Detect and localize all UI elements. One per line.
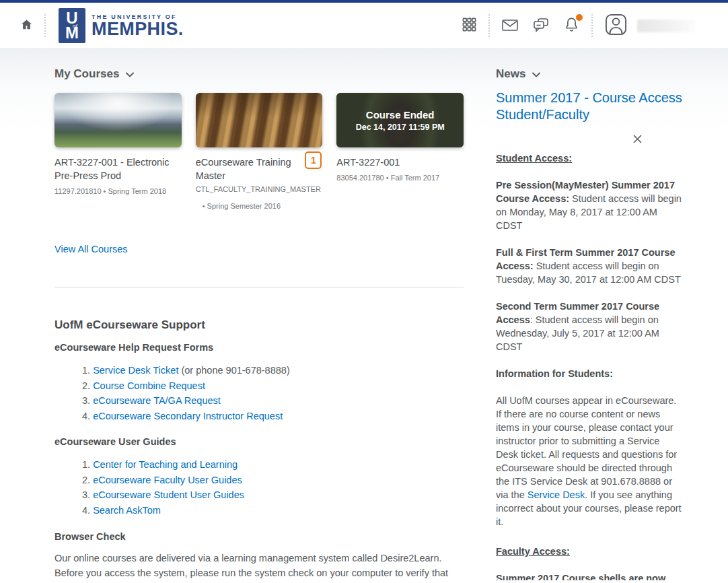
envelope-icon (501, 18, 519, 34)
close-icon (632, 136, 643, 146)
taga-request-link[interactable]: eCourseware TA/GA Request (93, 395, 221, 406)
list-item: 4. eCourseware Secondary Instructor Requ… (54, 409, 464, 423)
uofm-shield-icon: U of M (59, 8, 85, 43)
course-card: ART-3227-001 - Electronic Pre-Press Prod… (54, 93, 182, 229)
view-all-courses-link[interactable]: View All Courses (54, 244, 128, 254)
section-divider (54, 287, 464, 287)
course-image-tree[interactable]: Course Ended Dec 14, 2017 11:59 PM (336, 93, 464, 147)
browser-check-paragraph: Our online courses are delivered via a l… (54, 551, 464, 580)
waffle-grid-icon (462, 17, 477, 34)
student-access-heading: Student Access: (496, 151, 684, 165)
home-button[interactable] (17, 15, 36, 36)
profile-button[interactable] (602, 10, 630, 41)
user-name-redacted (637, 20, 694, 32)
divider (591, 14, 593, 37)
alerts-button[interactable] (560, 13, 583, 38)
support-title: UofM eCourseware Support (54, 318, 464, 332)
info-for-students-heading: Information for Students: (496, 367, 684, 380)
logo-letter-of: of (73, 23, 77, 29)
news-header[interactable]: News (496, 67, 684, 81)
news-paragraph: Full & First Term Summer 2017 Course Acc… (496, 246, 684, 286)
chevron-down-icon (126, 68, 134, 80)
help-forms-heading: eCourseware Help Request Forms (54, 342, 464, 353)
course-meta: 11297.201810 • Spring Term 2018 (54, 187, 182, 195)
list-item: 3. eCourseware Student User Guides (54, 488, 464, 502)
list-item: 2. Course Combine Request (54, 379, 464, 393)
news-widget: News Summer 2017 - Course Access Student… (496, 67, 684, 580)
secondary-instructor-request-link[interactable]: eCourseware Secondary Instructor Request (93, 411, 283, 421)
course-title-link[interactable]: eCourseware Training Master (196, 156, 323, 182)
email-button[interactable] (499, 15, 521, 37)
course-code: CTL_FACULTY_TRAINING_MASTER (196, 184, 323, 195)
news-paragraph: All UofM courses appear in eCourseware. … (496, 394, 684, 528)
faculty-access-heading: Faculty Access: (496, 545, 684, 558)
faculty-guides-link[interactable]: eCourseware Faculty User Guides (93, 475, 242, 485)
student-guides-link[interactable]: eCourseware Student User Guides (93, 489, 244, 500)
divider (44, 14, 46, 37)
course-image-dunes[interactable] (196, 93, 323, 147)
course-combine-request-link[interactable]: Course Combine Request (93, 380, 205, 391)
course-card: eCourseware Training Master CTL_FACULTY_… (196, 93, 323, 229)
course-meta: 83054.201780 • Fall Term 2017 (336, 174, 464, 182)
list-item: 1. Service Desk Ticket (or phone 901-678… (54, 364, 464, 378)
top-navbar: U of M THE UNIVERSITY OF MEMPHIS. (0, 3, 728, 49)
chat-button[interactable] (530, 14, 552, 38)
app-grid-button[interactable] (459, 14, 480, 37)
course-title-link[interactable]: ART-3227-001 - Electronic Pre-Press Prod (54, 156, 182, 182)
support-widget: UofM eCourseware Support eCourseware Hel… (54, 318, 464, 580)
service-desk-ticket-link[interactable]: Service Desk Ticket (93, 365, 178, 376)
divider (488, 14, 490, 37)
unread-count-badge[interactable]: 1 (305, 151, 322, 169)
news-paragraph: Second Term Summer 2017 Course Access: S… (496, 300, 684, 353)
dismiss-news-button[interactable] (631, 133, 644, 147)
list-item: 4. Search AskTom (54, 504, 464, 518)
my-courses-header[interactable]: My Courses (54, 67, 464, 81)
chevron-down-icon (532, 68, 540, 80)
course-meta: • Spring Semester 2016 (196, 202, 323, 210)
news-paragraph: Pre Session(MayMester) Summer 2017 Cours… (496, 178, 684, 232)
home-icon (20, 18, 33, 33)
logo-line2: MEMPHIS. (92, 20, 184, 38)
list-item: 2. eCourseware Faculty User Guides (54, 473, 464, 487)
profile-icon (604, 13, 628, 38)
course-image-landscape[interactable] (54, 93, 182, 147)
course-ended-overlay: Course Ended Dec 14, 2017 11:59 PM (336, 93, 464, 147)
news-article-title-link[interactable]: Summer 2017 - Course Access Student/Facu… (496, 90, 684, 123)
user-guides-list: 1. Center for Teaching and Learning 2. e… (54, 458, 464, 517)
course-card-list: ART-3227-001 - Electronic Pre-Press Prod… (54, 93, 464, 229)
course-card: Course Ended Dec 14, 2017 11:59 PM ART-3… (336, 93, 464, 229)
course-title-link[interactable]: ART-3227-001 (336, 156, 464, 169)
list-item: 3. eCourseware TA/GA Request (54, 394, 464, 408)
main-content: My Courses ART-3227-001 - Electronic Pre… (0, 49, 728, 580)
search-asktom-link[interactable]: Search AskTom (93, 505, 161, 516)
news-title: News (496, 67, 525, 81)
service-desk-link[interactable]: Service Desk (527, 489, 585, 500)
browser-check-heading: Browser Check (54, 531, 464, 542)
news-paragraph: Summer 2017 Course shells are now availa… (496, 572, 684, 580)
university-logo[interactable]: U of M THE UNIVERSITY OF MEMPHIS. (59, 8, 184, 43)
ctl-link[interactable]: Center for Teaching and Learning (93, 459, 238, 470)
notification-dot (576, 14, 583, 21)
course-ended-date: Dec 14, 2017 11:59 PM (356, 123, 445, 132)
chat-bubbles-icon (532, 17, 550, 35)
user-guides-heading: eCourseware User Guides (54, 436, 464, 447)
course-ended-label: Course Ended (366, 109, 435, 121)
help-forms-list: 1. Service Desk Ticket (or phone 901-678… (54, 364, 464, 423)
my-courses-title: My Courses (54, 67, 119, 81)
list-item: 1. Center for Teaching and Learning (54, 458, 464, 472)
